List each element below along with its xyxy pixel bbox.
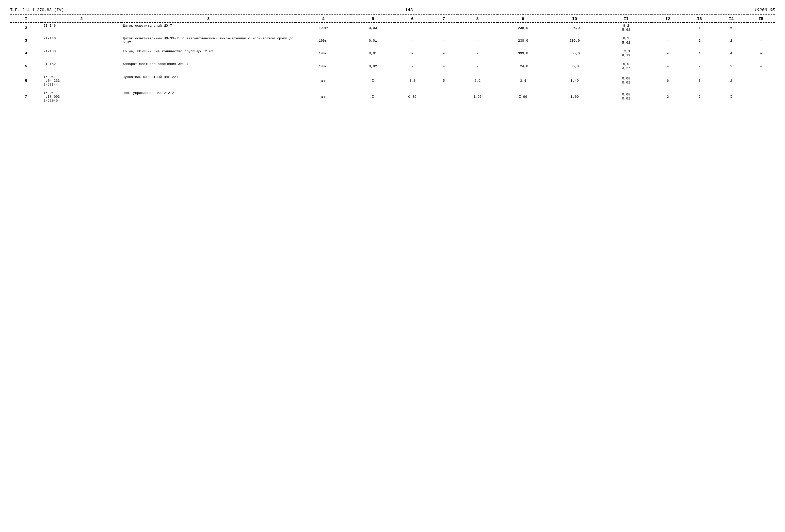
row-val-13: 7 bbox=[684, 23, 715, 33]
spacer-row bbox=[10, 33, 775, 35]
row-val-12: 2 bbox=[652, 90, 684, 104]
row-unit: 100шт bbox=[296, 23, 351, 33]
row-val-9: I24,0 bbox=[497, 61, 549, 71]
col-header-12: I2 bbox=[652, 16, 684, 23]
row-val-11: 5,03,27 bbox=[600, 61, 652, 71]
row-val-15: – bbox=[747, 23, 775, 33]
row-unit: 100шт bbox=[296, 35, 351, 46]
header-title: Т.П. 214-1-270.83 (IV) bbox=[10, 8, 64, 12]
row-val-11: 8,25,62 bbox=[600, 35, 652, 46]
row-val-8: I,95 bbox=[458, 90, 497, 104]
row-val-5: 0,01 bbox=[351, 49, 395, 59]
spacer-row bbox=[10, 46, 775, 49]
col-header-5: 5 bbox=[351, 16, 395, 23]
row-val-6: – bbox=[395, 61, 430, 71]
row-val-14: 2 bbox=[715, 74, 747, 87]
row-val-14: 2 bbox=[715, 61, 747, 71]
row-val-13: 2 bbox=[684, 61, 715, 71]
row-val-8: – bbox=[458, 49, 497, 59]
row-code: I5-04п.04-2338-53I-4 bbox=[42, 74, 121, 87]
row-val-15: – bbox=[747, 61, 775, 71]
row-val-6: 0,39 bbox=[395, 90, 430, 104]
row-val-13: 4 bbox=[684, 49, 715, 59]
row-code: 2I-I46 bbox=[42, 23, 121, 33]
row-val-6: – bbox=[395, 49, 430, 59]
row-val-10: 86,0 bbox=[549, 61, 600, 71]
row-val-10: I,49 bbox=[549, 74, 600, 87]
row-number: 2 bbox=[10, 23, 42, 33]
spacer-row bbox=[10, 87, 775, 90]
header-right: 19200-05 bbox=[754, 8, 775, 12]
row-unit: шт bbox=[296, 74, 351, 87]
row-val-10: I,09 bbox=[549, 90, 600, 104]
col-header-7: 7 bbox=[430, 16, 458, 23]
row-val-5: 0,03 bbox=[351, 23, 395, 33]
table-row: 52I-I52Аппарат мест­ного осве­ще­ния АМО… bbox=[10, 61, 775, 71]
row-val-9: 238,0 bbox=[497, 35, 549, 46]
row-val-12: – bbox=[652, 23, 684, 33]
row-code: 2I-I46 bbox=[42, 35, 121, 46]
row-val-5: I bbox=[351, 90, 395, 104]
col-header-4: 4 bbox=[296, 16, 351, 23]
row-val-14: 4 bbox=[715, 49, 747, 59]
spacer-row bbox=[10, 72, 775, 74]
row-val-12: – bbox=[652, 49, 684, 59]
row-val-15: – bbox=[747, 90, 775, 104]
row-val-10: 355,0 bbox=[549, 49, 600, 59]
row-val-6: 4,8 bbox=[395, 74, 430, 87]
row-val-9: I,99 bbox=[497, 90, 549, 104]
row-val-8: – bbox=[458, 35, 497, 46]
row-description: Щиток осве­ти­тельный ЩО-33-I5 с авто­ма… bbox=[121, 35, 296, 46]
row-val-6: – bbox=[395, 23, 430, 33]
row-val-7: – bbox=[430, 90, 458, 104]
row-val-5: I bbox=[351, 74, 395, 87]
row-description: Пускатель маг­нитный ПМЕ-22I bbox=[121, 74, 296, 87]
row-val-9: 399,0 bbox=[497, 49, 549, 59]
row-val-13: 2 bbox=[684, 90, 715, 104]
table-row: 6I5-04п.04-2338-53I-4Пускатель маг­нитны… bbox=[10, 74, 775, 87]
row-code: 2I-I52 bbox=[42, 61, 121, 71]
col-header-13: I3 bbox=[684, 16, 715, 23]
row-val-7: – bbox=[430, 61, 458, 71]
column-headers: I 2 3 4 5 6 7 8 9 IO II I2 I3 I4 I5 bbox=[10, 16, 775, 23]
row-description: Аппарат мест­ного осве­ще­ния АМО-4 bbox=[121, 61, 296, 71]
row-val-5: 0,01 bbox=[351, 35, 395, 46]
col-header-15: I5 bbox=[747, 16, 775, 23]
row-val-14: 2 bbox=[715, 35, 747, 46]
row-val-15: – bbox=[747, 35, 775, 46]
main-table: I 2 3 4 5 6 7 8 9 IO II I2 I3 I4 I5 22I-… bbox=[10, 15, 775, 106]
table-row: 32I-I46Щиток осве­ти­тельный ЩО-33-I5 с … bbox=[10, 35, 775, 46]
row-val-7: – bbox=[430, 49, 458, 59]
row-unit: 100шт bbox=[296, 49, 351, 59]
header: Т.П. 214-1-270.83 (IV) - 143 - 19200-05 bbox=[10, 8, 775, 12]
row-unit: 100шт bbox=[296, 61, 351, 71]
row-val-7: 5 bbox=[430, 74, 458, 87]
row-number: 6 bbox=[10, 74, 42, 87]
row-description: Пост управле­ния ПКЕ-2I2-2 bbox=[121, 90, 296, 104]
col-header-10: IO bbox=[549, 16, 600, 23]
row-val-9: 3,4 bbox=[497, 74, 549, 87]
row-code: 2I-I38 bbox=[42, 49, 121, 59]
row-val-8: – bbox=[458, 61, 497, 71]
row-val-11: 0,080,0I bbox=[600, 74, 652, 87]
row-number: 4 bbox=[10, 49, 42, 59]
row-description: То же, ЩО-33-26 на количество групп до I… bbox=[121, 49, 296, 59]
row-number: 5 bbox=[10, 61, 42, 71]
row-val-13: 3 bbox=[684, 74, 715, 87]
row-val-9: 238,0 bbox=[497, 23, 549, 33]
row-val-12: – bbox=[652, 61, 684, 71]
spacer-row bbox=[10, 104, 775, 106]
row-val-15: – bbox=[747, 49, 775, 59]
row-val-10: 206,0 bbox=[549, 35, 600, 46]
row-val-7: – bbox=[430, 35, 458, 46]
spacer-row bbox=[10, 59, 775, 61]
row-code: I5-04п.I8-0938-529-5 bbox=[42, 90, 121, 104]
row-val-14: 6 bbox=[715, 23, 747, 33]
row-val-12: 6 bbox=[652, 74, 684, 87]
row-val-15: – bbox=[747, 74, 775, 87]
table-row: 7I5-04п.I8-0938-529-5Пост управле­ния ПК… bbox=[10, 90, 775, 104]
row-description: Щиток осве­ти­тельный ЩЭ-7 bbox=[121, 23, 296, 33]
row-val-13: 2 bbox=[684, 35, 715, 46]
row-val-11: I2,18,19 bbox=[600, 49, 652, 59]
row-val-6: – bbox=[395, 35, 430, 46]
